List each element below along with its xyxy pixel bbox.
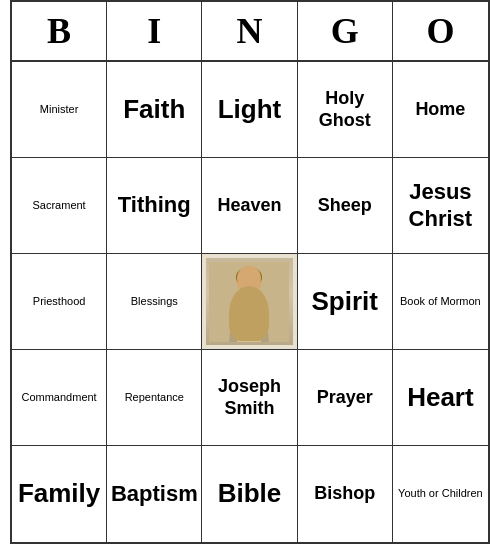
bingo-cell: Jesus Christ <box>393 158 488 254</box>
cell-label: Holy Ghost <box>302 88 388 131</box>
bingo-cell: Prayer <box>298 350 393 446</box>
bingo-cell: Bible <box>202 446 297 542</box>
cell-label: Commandment <box>21 391 96 404</box>
header-letter: O <box>393 2 488 60</box>
bingo-cell: Priesthood <box>12 254 107 350</box>
cell-label: Joseph Smith <box>206 376 292 419</box>
header-letter: B <box>12 2 107 60</box>
cell-label: Baptism <box>111 481 198 507</box>
bingo-cell: Baptism <box>107 446 202 542</box>
cell-label: Jesus Christ <box>397 179 484 232</box>
svg-point-2 <box>236 267 262 287</box>
bingo-card: BINGO MinisterFaithLightHoly GhostHomeSa… <box>10 0 490 544</box>
cell-label: Home <box>415 99 465 121</box>
cell-label: Family <box>18 478 100 509</box>
cell-label: Minister <box>40 103 79 116</box>
svg-point-3 <box>239 271 259 293</box>
cell-label: Heart <box>407 382 473 413</box>
cell-label: Faith <box>123 94 185 125</box>
bingo-cell: Heart <box>393 350 488 446</box>
bingo-cell: Spirit <box>298 254 393 350</box>
cell-label: Blessings <box>131 295 178 308</box>
bingo-cell: Family <box>12 446 107 542</box>
cell-label: Priesthood <box>33 295 86 308</box>
jesus-image <box>206 258 292 345</box>
bingo-grid: MinisterFaithLightHoly GhostHomeSacramen… <box>12 62 488 542</box>
bingo-cell: Holy Ghost <box>298 62 393 158</box>
header-letter: G <box>298 2 393 60</box>
cell-label: Bible <box>218 478 282 509</box>
cell-label: Heaven <box>217 195 281 217</box>
cell-label: Bishop <box>314 483 375 505</box>
header-letter: N <box>202 2 297 60</box>
bingo-cell: Sheep <box>298 158 393 254</box>
cell-label: Book of Mormon <box>400 295 481 308</box>
bingo-cell: Home <box>393 62 488 158</box>
bingo-cell: Joseph Smith <box>202 350 297 446</box>
svg-point-1 <box>236 266 262 294</box>
bingo-cell: Blessings <box>107 254 202 350</box>
cell-label: Sacrament <box>32 199 85 212</box>
cell-label: Sheep <box>318 195 372 217</box>
bingo-cell: Minister <box>12 62 107 158</box>
bingo-cell: Commandment <box>12 350 107 446</box>
svg-rect-0 <box>209 262 289 342</box>
cell-label: Tithing <box>118 192 191 218</box>
bingo-cell: Book of Mormon <box>393 254 488 350</box>
bingo-cell: Faith <box>107 62 202 158</box>
bingo-cell: Repentance <box>107 350 202 446</box>
bingo-cell: Tithing <box>107 158 202 254</box>
cell-label: Youth or Children <box>398 487 483 500</box>
cell-label: Light <box>218 94 282 125</box>
cell-label: Prayer <box>317 387 373 409</box>
header-letter: I <box>107 2 202 60</box>
bingo-header: BINGO <box>12 2 488 62</box>
bingo-cell: Light <box>202 62 297 158</box>
bingo-cell <box>202 254 297 350</box>
bingo-cell: Sacrament <box>12 158 107 254</box>
bingo-cell: Bishop <box>298 446 393 542</box>
bingo-cell: Youth or Children <box>393 446 488 542</box>
bingo-cell: Heaven <box>202 158 297 254</box>
cell-label: Spirit <box>311 286 377 317</box>
cell-label: Repentance <box>125 391 184 404</box>
